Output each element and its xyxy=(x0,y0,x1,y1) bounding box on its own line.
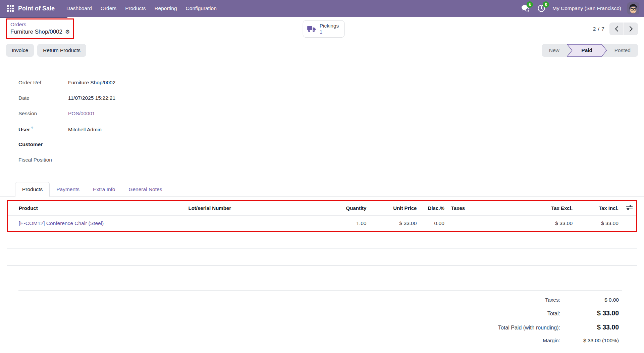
total-label: Total: xyxy=(547,311,560,317)
col-quantity[interactable]: Quantity xyxy=(322,201,370,216)
col-product[interactable]: Product xyxy=(8,201,185,216)
empty-row xyxy=(7,266,637,283)
cell-unit-price: $ 33.00 xyxy=(370,216,420,231)
col-disc[interactable]: Disc.% xyxy=(420,201,447,216)
pickings-label: Pickings xyxy=(320,23,339,29)
col-tax-incl[interactable]: Tax Incl. xyxy=(576,201,622,216)
messages-button[interactable]: 6 xyxy=(520,3,530,13)
truck-icon xyxy=(307,25,316,33)
field-customer: Customer xyxy=(18,141,644,150)
total-value: $ 33.00 xyxy=(560,309,619,317)
products-table: Product Lot/serial Number Quantity Unit … xyxy=(8,201,636,231)
user-value[interactable]: Mitchell Admin xyxy=(68,127,102,133)
pager-previous-button[interactable] xyxy=(609,23,624,35)
menu-configuration[interactable]: Configuration xyxy=(181,0,221,17)
status-paid-label: Paid xyxy=(581,47,592,53)
cell-tax-incl: $ 33.00 xyxy=(576,216,622,231)
empty-list-rows xyxy=(7,232,637,283)
annotation-box-breadcrumb: Orders Furniture Shop/0002 ⚙ xyxy=(6,18,74,39)
cell-disc: 0.00 xyxy=(420,216,447,231)
menu-reporting[interactable]: Reporting xyxy=(150,0,181,17)
company-switcher[interactable]: My Company (San Francisco) xyxy=(552,5,621,11)
cell-quantity: 1.00 xyxy=(322,216,370,231)
cell-lot xyxy=(185,216,322,231)
pager-value[interactable]: 2 / 7 xyxy=(593,26,605,32)
col-taxes[interactable]: Taxes xyxy=(448,201,526,216)
margin-label: Margin: xyxy=(543,338,560,344)
table-row[interactable]: [E-COM12] Conference Chair (Steel) 1.00 … xyxy=(8,216,636,231)
field-fiscal-position: Fiscal Position xyxy=(18,157,644,166)
customer-label: Customer xyxy=(18,141,68,147)
status-new[interactable]: New xyxy=(542,44,567,57)
status-paid-active[interactable]: Paid xyxy=(567,44,607,57)
totals-total-row: Total: $ 33.00 xyxy=(0,309,619,317)
navbar-systray: 6 5 My Company (San Francisco) xyxy=(520,2,639,14)
field-date: Date 11/07/2025 15:22:21 xyxy=(18,95,644,104)
field-order-ref: Order Ref Furniture Shop/0002 xyxy=(18,80,644,88)
cell-tax-excl: $ 33.00 xyxy=(526,216,576,231)
margin-value: $ 33.00 (100%) xyxy=(560,338,619,344)
notebook-tabs: Products Payments Extra Info General Not… xyxy=(0,181,644,197)
empty-row xyxy=(7,249,637,266)
totals-paid-row: Total Paid (with rounding): $ 33.00 xyxy=(0,323,619,331)
user-avatar[interactable] xyxy=(627,2,639,14)
date-value[interactable]: 11/07/2025 15:22:21 xyxy=(68,95,115,101)
menu-orders[interactable]: Orders xyxy=(96,0,121,17)
col-lot-serial[interactable]: Lot/serial Number xyxy=(185,201,322,216)
help-question-icon: ? xyxy=(31,126,33,130)
product-name-link[interactable]: [E-COM12] Conference Chair (Steel) xyxy=(19,220,104,226)
main-menu: Dashboard Orders Products Reporting Conf… xyxy=(62,0,221,17)
page-title: Furniture Shop/0002 xyxy=(10,28,62,36)
status-posted[interactable]: Posted xyxy=(607,44,638,57)
chevron-right-icon xyxy=(629,26,633,32)
messages-badge: 6 xyxy=(527,1,533,8)
activities-button[interactable]: 5 xyxy=(536,3,546,13)
col-unit-price[interactable]: Unit Price xyxy=(370,201,420,216)
field-group: Order Ref Furniture Shop/0002 Date 11/07… xyxy=(0,60,644,166)
annotation-box-products-table: Product Lot/serial Number Quantity Unit … xyxy=(7,200,637,232)
total-paid-label: Total Paid (with rounding): xyxy=(498,325,560,331)
fiscal-position-label: Fiscal Position xyxy=(18,157,68,163)
table-header-row: Product Lot/serial Number Quantity Unit … xyxy=(8,201,636,216)
tab-payments[interactable]: Payments xyxy=(50,182,86,196)
invoice-button[interactable]: Invoice xyxy=(6,44,34,57)
empty-row xyxy=(7,232,637,249)
tab-extra-info[interactable]: Extra Info xyxy=(86,182,122,196)
optional-columns-icon[interactable] xyxy=(626,205,633,212)
apps-menu-icon[interactable] xyxy=(5,3,16,14)
breadcrumb-orders-link[interactable]: Orders xyxy=(10,21,70,28)
col-options xyxy=(622,201,636,216)
session-label: Session xyxy=(18,111,68,117)
form-sheet: Order Ref Furniture Shop/0002 Date 11/07… xyxy=(0,60,644,353)
grid-icon xyxy=(7,5,14,12)
chevron-left-icon xyxy=(615,26,619,32)
order-ref-value[interactable]: Furniture Shop/0002 xyxy=(68,80,115,86)
pager: 2 / 7 xyxy=(593,23,638,35)
tab-products[interactable]: Products xyxy=(15,182,50,197)
app-name[interactable]: Point of Sale xyxy=(18,5,55,12)
taxes-value: $ 0.00 xyxy=(560,297,619,303)
totals-margin-row: Margin: $ 33.00 (100%) xyxy=(0,338,619,344)
button-box: Pickings 1 xyxy=(303,20,345,38)
top-navbar: Point of Sale Dashboard Orders Products … xyxy=(0,0,644,17)
col-tax-excl[interactable]: Tax Excl. xyxy=(526,201,576,216)
totals-separator xyxy=(18,290,622,291)
pager-buttons xyxy=(609,23,638,35)
date-label: Date xyxy=(18,95,68,101)
order-ref-label: Order Ref xyxy=(18,80,68,86)
menu-dashboard[interactable]: Dashboard xyxy=(62,0,96,17)
total-paid-value: $ 33.00 xyxy=(560,323,619,331)
gear-icon[interactable]: ⚙ xyxy=(65,28,70,36)
pager-next-button[interactable] xyxy=(624,23,638,35)
field-session: Session POS/00001 xyxy=(18,111,644,119)
menu-products[interactable]: Products xyxy=(121,0,150,17)
cell-taxes xyxy=(448,216,526,231)
tab-general-notes[interactable]: General Notes xyxy=(122,182,169,196)
statusbar: New Paid Posted xyxy=(542,44,638,57)
totals-block: Taxes: $ 0.00 Total: $ 33.00 Total Paid … xyxy=(0,297,644,344)
breadcrumb: Furniture Shop/0002 ⚙ xyxy=(10,28,70,36)
session-link[interactable]: POS/00001 xyxy=(68,111,95,117)
return-products-button[interactable]: Return Products xyxy=(37,44,86,57)
user-label: User? xyxy=(18,126,68,133)
pickings-button[interactable]: Pickings 1 xyxy=(303,20,345,38)
